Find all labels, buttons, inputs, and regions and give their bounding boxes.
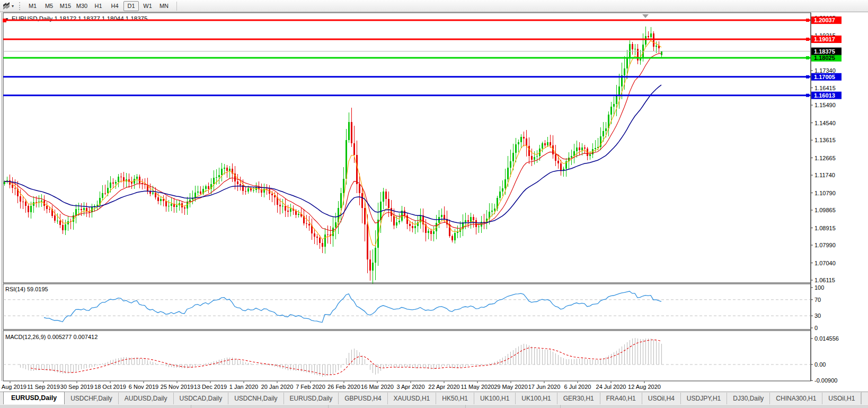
date-tick-label: 25 Nov 2019 — [161, 384, 193, 390]
svg-text:0.00: 0.00 — [814, 361, 826, 368]
timeframe-button-d1[interactable]: D1 — [123, 1, 139, 11]
chart-tab-uk100-h1[interactable]: UK100,H1 — [516, 393, 557, 405]
chart-periods-icon[interactable] — [2, 2, 11, 10]
chart-tab-uk100-h1[interactable]: UK100,H1 — [474, 393, 516, 405]
date-tick-label: 26 Feb 2020 — [327, 384, 360, 390]
level-line-anchor[interactable] — [806, 94, 809, 97]
date-tick-label: 13 Dec 2019 — [194, 384, 227, 390]
level-line-anchor[interactable] — [806, 38, 809, 41]
date-tick-label: 3 Apr 2020 — [396, 384, 424, 390]
status-bar — [0, 404, 868, 408]
date-tick-label: 6 Jul 2020 — [564, 384, 591, 390]
date-tick-label: 16 Mar 2020 — [361, 384, 394, 390]
svg-text:1.08915: 1.08915 — [814, 225, 836, 231]
chart-tab-eurusd-daily[interactable]: EURUSD,Daily — [3, 392, 65, 405]
svg-text:0: 0 — [814, 325, 818, 331]
svg-text:1.17340: 1.17340 — [814, 67, 836, 74]
toolbar-separator — [176, 2, 177, 11]
svg-text:1.14540: 1.14540 — [814, 120, 836, 126]
level-line-anchor[interactable] — [806, 75, 809, 79]
date-tick-label: 6 Nov 2019 — [129, 384, 158, 390]
svg-text:1.18025: 1.18025 — [814, 55, 835, 61]
svg-text:1.16415: 1.16415 — [814, 85, 836, 91]
level-line-handle[interactable] — [3, 19, 6, 22]
date-tick-label: 20 Jan 2020 — [261, 384, 294, 390]
svg-text:1.11740: 1.11740 — [814, 172, 835, 178]
svg-text:100: 100 — [814, 284, 824, 291]
chart-tab-bar: EURUSD,DailyUSDCHF,DailyAUDUSD,DailyUSDC… — [0, 392, 868, 405]
status-segment — [466, 405, 561, 408]
date-tick-label: 30 Sep 2019 — [60, 384, 93, 390]
date-tick-label: 24 Jul 2020 — [596, 384, 626, 390]
timeframe-button-w1[interactable]: W1 — [140, 1, 155, 11]
svg-text:1.07040: 1.07040 — [814, 260, 836, 266]
svg-text:1.13615: 1.13615 — [814, 137, 836, 143]
status-segment — [329, 405, 466, 408]
date-tick-label: 12 Aug 2020 — [628, 384, 661, 390]
chart-tab-usoil-h1[interactable]: USOil,H1 — [822, 393, 861, 405]
date-tick-label: 7 Feb 2020 — [296, 384, 325, 390]
macd-pane[interactable]: MACD(12,26,9) 0.005277 0.007412 — [3, 331, 811, 381]
price-chart[interactable]: EURUSD,Daily 1.18172 1.18377 1.18044 1.1… — [0, 12, 868, 392]
timeframe-button-h1[interactable]: H1 — [91, 1, 106, 11]
chart-tab-dj30-daily[interactable]: DJ30,Daily — [727, 393, 770, 405]
chart-tab-eurusd-daily[interactable]: EURUSD,Daily — [284, 393, 339, 405]
chart-tab-china300-h1[interactable]: CHINA300,H1 — [770, 393, 822, 405]
svg-text:1.16013: 1.16013 — [814, 92, 835, 99]
svg-text:1.07990: 1.07990 — [814, 242, 836, 248]
rsi-pane[interactable]: RSI(14) 59.0195 — [3, 284, 811, 329]
svg-text:0.014556: 0.014556 — [814, 335, 839, 342]
rsi-label: RSI(14) 59.0195 — [5, 286, 48, 292]
svg-text:1.17005: 1.17005 — [814, 74, 835, 80]
date-tick-label: 29 May 2020 — [494, 384, 528, 390]
svg-text:1.06115: 1.06115 — [814, 277, 835, 283]
timeframe-button-m1[interactable]: M1 — [25, 1, 40, 11]
status-segment — [0, 405, 191, 408]
timeframe-buttons: M1M5M15M30H1H4D1W1MN — [24, 1, 172, 11]
time-axis[interactable]: 23 Aug 201911 Sep 201930 Sep 201918 Oct … — [0, 381, 661, 390]
level-line-anchor[interactable] — [806, 56, 809, 59]
chart-tab-fra40-h1[interactable]: FRA40,H1 — [600, 393, 642, 405]
svg-text:1.09865: 1.09865 — [814, 207, 836, 213]
svg-text:1.20037: 1.20037 — [814, 17, 835, 23]
svg-text:1.15490: 1.15490 — [814, 102, 836, 108]
chevron-down-icon[interactable]: ▾ — [12, 4, 14, 8]
timeframe-toolbar: ▾ M1M5M15M30H1H4D1W1MN — [0, 0, 868, 12]
svg-text:1.12665: 1.12665 — [814, 155, 836, 161]
svg-text:1.18375: 1.18375 — [814, 48, 835, 55]
chart-tab-audusd-daily[interactable]: AUDUSD,Daily — [119, 393, 174, 405]
date-tick-label: 22 Apr 2020 — [428, 384, 459, 390]
timeframe-button-mn[interactable]: MN — [156, 1, 172, 11]
svg-text:30: 30 — [814, 312, 821, 319]
tab-scroll-left-icon[interactable]: ◄ — [866, 396, 868, 401]
price-axis[interactable]: 1.201651.192151.173401.164151.154901.145… — [811, 13, 842, 384]
date-tick-label: 18 Oct 2019 — [94, 384, 126, 390]
macd-label: MACD(12,26,9) 0.005277 0.007412 — [5, 334, 98, 340]
chart-tab-usdjpy-h1[interactable]: USDJPY,H1 — [681, 393, 727, 405]
chart-tab-usdcnh-daily[interactable]: USDCNH,Daily — [228, 393, 284, 405]
chart-tab-gbpusd-h4[interactable]: GBPUSD,H4 — [339, 393, 387, 405]
svg-text:-0.00900: -0.00900 — [814, 377, 837, 384]
timeframe-button-h4[interactable]: H4 — [107, 1, 122, 11]
chart-tab-hk50-h1[interactable]: HK50,H1 — [436, 393, 474, 405]
timeframe-button-m30[interactable]: M30 — [74, 1, 90, 11]
chart-tab-xauusd-h1[interactable]: XAUUSD,H1 — [388, 393, 437, 405]
toolbar-grip[interactable] — [19, 2, 20, 10]
chart-tab-usoil-h4[interactable]: USOil,H4 — [642, 393, 681, 405]
status-segment — [191, 405, 329, 408]
timeframe-button-m15[interactable]: M15 — [58, 1, 73, 11]
date-tick-label: 11 Sep 2019 — [27, 384, 60, 390]
date-tick-label: 23 Aug 2019 — [0, 384, 26, 390]
chart-tab-usdchf-daily[interactable]: USDCHF,Daily — [65, 393, 119, 405]
timeframe-button-m5[interactable]: M5 — [41, 1, 57, 11]
svg-text:1.19017: 1.19017 — [814, 36, 835, 42]
svg-text:70: 70 — [814, 297, 821, 303]
date-tick-label: 11 May 2020 — [461, 384, 494, 390]
svg-text:1.10790: 1.10790 — [814, 190, 836, 196]
level-line-anchor[interactable] — [806, 19, 809, 22]
date-tick-label: 17 Jun 2020 — [528, 384, 561, 390]
chart-tab-usdcad-daily[interactable]: USDCAD,Daily — [174, 393, 229, 405]
chart-tab-ger30-h1[interactable]: GER30,H1 — [557, 393, 600, 405]
tab-scroll-arrows: ◄► — [861, 392, 868, 405]
status-segment — [561, 405, 868, 408]
